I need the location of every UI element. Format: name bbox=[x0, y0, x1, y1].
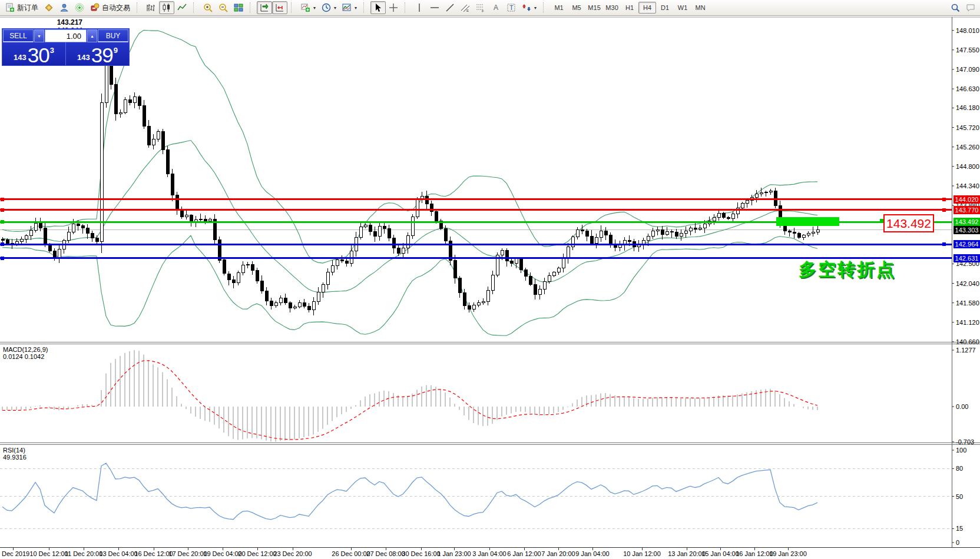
rsi-axis-label: 100 bbox=[956, 447, 966, 454]
timeframe-M1[interactable]: M1 bbox=[550, 2, 568, 14]
bar-chart-button[interactable] bbox=[144, 1, 159, 14]
price-axis-label: 146.630 bbox=[956, 85, 979, 92]
callout-pointer-line bbox=[839, 221, 882, 223]
cursor-arrow-icon bbox=[373, 3, 383, 12]
volume-increase-button[interactable]: ▲ bbox=[87, 29, 97, 42]
date-axis-label: 20 Dec 12:00 bbox=[238, 550, 276, 557]
cursor-button[interactable] bbox=[370, 1, 386, 14]
price-axis-label: 146.180 bbox=[956, 104, 979, 111]
timeframe-group: M1M5M15M30H1H4D1W1MN bbox=[549, 0, 710, 16]
market-watch-button[interactable] bbox=[41, 1, 57, 14]
volume-decrease-button[interactable]: ▼ bbox=[34, 29, 44, 42]
timeframe-H4[interactable]: H4 bbox=[638, 2, 656, 14]
sell-price[interactable]: 143 30 3 bbox=[2, 42, 65, 65]
date-axis-label: 6 Jan 12:00 bbox=[507, 550, 541, 557]
zoom-in-button[interactable] bbox=[200, 1, 216, 14]
arrows-button[interactable]: ▾ bbox=[519, 1, 539, 14]
text-button[interactable]: A bbox=[488, 1, 504, 14]
macd-axis-label: 1.1277 bbox=[956, 347, 976, 354]
date-axis-label: 15 Jan 04:00 bbox=[701, 550, 739, 557]
profile-button[interactable] bbox=[57, 1, 72, 14]
date-axis-label: 1 Jan 23:00 bbox=[437, 550, 471, 557]
buy-button[interactable]: BUY bbox=[98, 29, 128, 42]
line-chart-icon bbox=[177, 3, 187, 12]
indicators-button[interactable]: ▾ bbox=[298, 1, 319, 14]
buy-price[interactable]: 143 39 9 bbox=[65, 42, 129, 65]
indicators-dropdown-arrow: ▾ bbox=[313, 5, 316, 11]
template-icon bbox=[342, 3, 352, 12]
periods-dropdown-arrow: ▾ bbox=[334, 5, 336, 11]
auto-trading-button[interactable]: 自动交易 bbox=[87, 1, 133, 14]
indicators-icon bbox=[301, 3, 310, 12]
toolbar-separator bbox=[137, 2, 141, 13]
text-label-icon: T bbox=[506, 3, 516, 12]
chart-shift-button[interactable] bbox=[272, 1, 287, 14]
rsi-label: RSI(14) 49.9316 bbox=[3, 447, 27, 461]
price-axis-label: 147.550 bbox=[956, 46, 979, 54]
fibonacci-button[interactable]: F bbox=[473, 1, 488, 14]
toolbar-group-scroll bbox=[256, 0, 289, 16]
auto-scroll-button[interactable] bbox=[257, 1, 272, 14]
timeframe-H1[interactable]: H1 bbox=[621, 2, 638, 14]
date-axis-label: 10 Jan 12:00 bbox=[623, 550, 661, 557]
text-label-button[interactable]: T bbox=[504, 1, 519, 14]
auto-trading-label: 自动交易 bbox=[102, 3, 130, 13]
cn-annotation-text[interactable]: 多空转折点 bbox=[799, 258, 896, 282]
chart-canvas[interactable]: 148.010147.550147.090146.630146.180145.7… bbox=[0, 16, 980, 559]
date-axis-label: 16 Dec 12:00 bbox=[134, 550, 173, 557]
price-tag-142.964: 142.964 bbox=[953, 240, 980, 248]
periods-button[interactable]: ▾ bbox=[319, 1, 339, 14]
crosshair-button[interactable] bbox=[386, 1, 401, 14]
timeframe-W1[interactable]: W1 bbox=[674, 2, 691, 14]
line-chart-button[interactable] bbox=[174, 1, 190, 14]
zoom-out-button[interactable] bbox=[216, 1, 231, 14]
signals-button[interactable] bbox=[72, 1, 87, 14]
volume-input[interactable]: 1.00 bbox=[45, 29, 87, 42]
horizontal-lines bbox=[0, 198, 952, 260]
date-axis-label: 9 Jan 04:00 bbox=[575, 550, 610, 557]
date-axis-label: 30 Dec 16:00 bbox=[402, 550, 440, 557]
vertical-line-button[interactable] bbox=[412, 1, 427, 14]
toolbar-group-zoom bbox=[199, 0, 247, 16]
fibonacci-icon: F bbox=[476, 3, 485, 12]
svg-text:E: E bbox=[466, 9, 469, 12]
candles bbox=[1, 58, 819, 315]
bar-chart-icon bbox=[147, 3, 156, 12]
rsi-axis-label: 15 bbox=[956, 525, 963, 532]
toolbar-group-objects: ▾ ▾ ▾ bbox=[297, 0, 361, 16]
candlestick-chart-button[interactable] bbox=[159, 1, 174, 14]
buy-price-big: 39 bbox=[91, 46, 113, 64]
timeframe-M5[interactable]: M5 bbox=[568, 2, 585, 14]
horizontal-line-icon bbox=[430, 3, 439, 12]
timeframe-MN[interactable]: MN bbox=[691, 2, 709, 14]
timeframe-M30[interactable]: M30 bbox=[603, 2, 621, 14]
toolbar-right bbox=[951, 3, 980, 12]
trendline-button[interactable] bbox=[442, 1, 458, 14]
date-axis-label: 3 Jan 04:00 bbox=[472, 550, 506, 557]
equidistant-channel-icon: E bbox=[461, 3, 470, 12]
svg-text:A: A bbox=[494, 4, 498, 12]
toolbar-group-chart-type bbox=[143, 0, 191, 16]
search-icon[interactable] bbox=[951, 3, 960, 12]
templates-dropdown-arrow: ▾ bbox=[355, 5, 357, 11]
horizontal-line-button[interactable] bbox=[427, 1, 442, 14]
date-axis-label: 17 Dec 20:00 bbox=[168, 550, 207, 557]
date-axis-label: 13 Jan 20:00 bbox=[668, 550, 706, 557]
tile-windows-button[interactable] bbox=[231, 1, 246, 14]
templates-button[interactable]: ▾ bbox=[339, 1, 360, 14]
timeframe-M15[interactable]: M15 bbox=[585, 2, 603, 14]
new-order-label: 新订单 bbox=[17, 3, 38, 13]
chat-icon[interactable] bbox=[966, 3, 975, 12]
auto-trading-icon bbox=[90, 3, 100, 12]
rsi-axis-label: 0 bbox=[956, 539, 959, 546]
price-callout-box[interactable]: 143.492 bbox=[883, 214, 934, 232]
sell-button[interactable]: SELL bbox=[3, 29, 34, 42]
auto-scroll-icon bbox=[260, 3, 269, 12]
sell-price-prefix: 143 bbox=[14, 53, 27, 62]
highlight-rectangle[interactable] bbox=[776, 217, 839, 226]
macd-axis-label: 0.00 bbox=[956, 403, 968, 410]
date-axis-label: 11 Dec 20:00 bbox=[65, 550, 103, 557]
new-order-button[interactable]: 新订单 bbox=[2, 1, 41, 14]
channel-button[interactable]: E bbox=[458, 1, 473, 14]
timeframe-D1[interactable]: D1 bbox=[656, 2, 674, 14]
